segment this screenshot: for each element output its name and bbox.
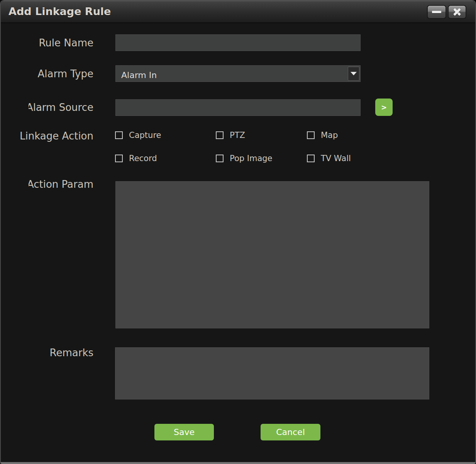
alarm-source-browse-button[interactable]: > bbox=[375, 99, 393, 116]
remarks-label: Remarks bbox=[50, 346, 93, 359]
rule-name-input[interactable] bbox=[115, 34, 361, 51]
close-icon bbox=[452, 7, 462, 17]
checkbox-item-pop-image: Pop Image bbox=[216, 154, 273, 163]
close-button[interactable] bbox=[448, 5, 466, 19]
chevron-down-icon bbox=[351, 72, 357, 75]
pop-image-checkbox-label: Pop Image bbox=[230, 154, 273, 163]
minimize-button[interactable] bbox=[427, 5, 446, 19]
alarm-source-label-box: Alarm Source bbox=[29, 101, 93, 114]
map-checkbox-label: Map bbox=[321, 131, 338, 140]
checkbox-item-record: Record bbox=[115, 154, 157, 163]
alarm-source-label: Alarm Source bbox=[29, 101, 93, 114]
capture-checkbox[interactable] bbox=[115, 131, 123, 139]
rule-name-label: Rule Name bbox=[39, 36, 93, 49]
record-checkbox-label: Record bbox=[129, 154, 157, 163]
titlebar: Add Linkage Rule bbox=[1, 1, 475, 23]
chevron-right-icon: > bbox=[381, 103, 387, 111]
capture-checkbox-label: Capture bbox=[129, 131, 161, 140]
pop-image-checkbox[interactable] bbox=[216, 155, 224, 162]
alarm-type-label-box: Alarm Type bbox=[16, 67, 93, 80]
cancel-button[interactable]: Cancel bbox=[261, 424, 320, 440]
linkage-action-label-box: Linkage Action bbox=[16, 129, 93, 143]
checkbox-item-map: Map bbox=[307, 131, 338, 139]
dialog-title: Add Linkage Rule bbox=[8, 1, 111, 22]
alarm-source-input[interactable] bbox=[115, 99, 361, 116]
tv-wall-checkbox[interactable] bbox=[307, 155, 315, 162]
record-checkbox[interactable] bbox=[115, 155, 123, 162]
action-param-label-box: Action Param bbox=[29, 178, 93, 191]
checkbox-item-tv-wall: TV Wall bbox=[307, 154, 351, 163]
minimize-icon bbox=[432, 11, 441, 13]
linkage-action-label: Linkage Action bbox=[20, 129, 93, 143]
tv-wall-checkbox-label: TV Wall bbox=[321, 154, 351, 163]
remarks-input[interactable] bbox=[115, 347, 429, 399]
alarm-type-dropdown[interactable]: Alarm In bbox=[115, 65, 361, 82]
save-button[interactable]: Save bbox=[154, 424, 214, 440]
action-param-panel bbox=[115, 181, 429, 328]
ptz-checkbox-label: PTZ bbox=[230, 131, 245, 140]
remarks-label-box: Remarks bbox=[16, 346, 93, 359]
map-checkbox[interactable] bbox=[307, 131, 315, 139]
alarm-type-dropdown-button[interactable] bbox=[348, 66, 359, 81]
rule-name-label-box: Rule Name bbox=[16, 36, 93, 49]
checkbox-item-ptz: PTZ bbox=[216, 131, 245, 139]
add-linkage-rule-dialog: Add Linkage Rule Rule Name Alarm Type Al… bbox=[0, 0, 476, 464]
ptz-checkbox[interactable] bbox=[216, 131, 224, 139]
checkbox-item-capture: Capture bbox=[115, 131, 161, 139]
alarm-type-selected-value: Alarm In bbox=[121, 66, 157, 85]
alarm-type-label: Alarm Type bbox=[38, 67, 94, 80]
action-param-label: Action Param bbox=[29, 178, 93, 191]
